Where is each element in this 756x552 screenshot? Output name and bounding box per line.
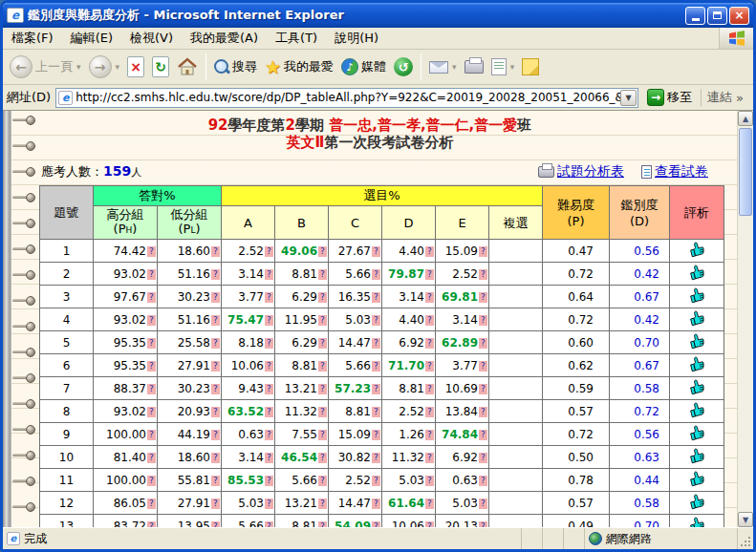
option-detail-link[interactable]: ? bbox=[479, 292, 487, 303]
media-button[interactable]: ♪ 媒體 bbox=[337, 52, 390, 82]
option-detail-link[interactable]: ? bbox=[318, 521, 327, 528]
scroll-thumb[interactable] bbox=[739, 128, 752, 216]
option-detail-link[interactable]: ? bbox=[147, 361, 156, 372]
option-detail-link[interactable]: ? bbox=[318, 384, 327, 394]
edit-dropdown-icon[interactable]: ▾ bbox=[510, 62, 515, 72]
option-detail-link[interactable]: ? bbox=[318, 269, 327, 280]
discuss-button[interactable] bbox=[518, 52, 543, 82]
option-detail-link[interactable]: ? bbox=[147, 338, 156, 349]
review-link[interactable] bbox=[689, 287, 705, 304]
option-detail-link[interactable]: ? bbox=[265, 453, 273, 463]
address-dropdown-button[interactable]: ▼ bbox=[620, 90, 637, 106]
option-detail-link[interactable]: ? bbox=[318, 315, 327, 326]
option-detail-link[interactable]: ? bbox=[479, 269, 487, 280]
option-detail-link[interactable]: ? bbox=[372, 292, 380, 303]
favorites-button[interactable]: ★ 我的最愛 bbox=[261, 52, 337, 82]
option-detail-link[interactable]: ? bbox=[265, 315, 273, 326]
close-button[interactable]: × bbox=[729, 7, 749, 25]
review-link[interactable] bbox=[689, 378, 705, 395]
menu-item-view[interactable]: 檢視(V) bbox=[121, 28, 182, 49]
option-detail-link[interactable]: ? bbox=[372, 338, 380, 349]
option-detail-link[interactable]: ? bbox=[265, 292, 273, 303]
option-detail-link[interactable]: ? bbox=[318, 292, 327, 303]
option-detail-link[interactable]: ? bbox=[265, 476, 273, 486]
option-detail-link[interactable]: ? bbox=[318, 338, 327, 349]
option-detail-link[interactable]: ? bbox=[479, 384, 487, 394]
option-detail-link[interactable]: ? bbox=[265, 521, 273, 528]
scroll-up-button[interactable]: ▲ bbox=[738, 111, 753, 126]
option-detail-link[interactable]: ? bbox=[479, 338, 487, 349]
option-detail-link[interactable]: ? bbox=[211, 361, 220, 372]
option-detail-link[interactable]: ? bbox=[425, 292, 434, 303]
scroll-down-button[interactable]: ▼ bbox=[738, 512, 753, 527]
option-detail-link[interactable]: ? bbox=[147, 407, 156, 417]
option-detail-link[interactable]: ? bbox=[425, 430, 434, 440]
option-detail-link[interactable]: ? bbox=[425, 521, 434, 528]
option-detail-link[interactable]: ? bbox=[479, 453, 487, 463]
address-url[interactable]: http://cc2.smhs.hlc.edu.tw/score/dp/DP_t… bbox=[76, 91, 620, 104]
option-detail-link[interactable]: ? bbox=[147, 384, 156, 394]
option-detail-link[interactable]: ? bbox=[318, 246, 327, 257]
option-detail-link[interactable]: ? bbox=[425, 315, 434, 326]
option-detail-link[interactable]: ? bbox=[372, 476, 380, 486]
links-menu[interactable]: 連結 » bbox=[701, 89, 749, 106]
menu-item-tools[interactable]: 工具(T) bbox=[267, 28, 326, 49]
option-detail-link[interactable]: ? bbox=[147, 292, 156, 303]
option-detail-link[interactable]: ? bbox=[372, 407, 380, 417]
menu-item-file[interactable]: 檔案(F) bbox=[3, 28, 62, 49]
option-detail-link[interactable]: ? bbox=[211, 476, 220, 486]
option-detail-link[interactable]: ? bbox=[147, 476, 156, 486]
option-detail-link[interactable]: ? bbox=[425, 453, 434, 463]
option-detail-link[interactable]: ? bbox=[372, 499, 380, 509]
menu-item-edit[interactable]: 編輯(E) bbox=[62, 28, 121, 49]
menu-item-help[interactable]: 說明(H) bbox=[326, 28, 387, 49]
refresh-button[interactable]: ↻ bbox=[148, 52, 173, 82]
search-button[interactable]: 搜尋 bbox=[210, 52, 261, 82]
option-detail-link[interactable]: ? bbox=[372, 521, 380, 528]
review-link[interactable] bbox=[689, 470, 705, 487]
option-detail-link[interactable]: ? bbox=[147, 315, 156, 326]
review-link[interactable] bbox=[689, 493, 705, 510]
option-detail-link[interactable]: ? bbox=[425, 269, 434, 280]
option-detail-link[interactable]: ? bbox=[147, 521, 156, 528]
home-button[interactable] bbox=[173, 52, 202, 82]
review-link[interactable] bbox=[689, 355, 705, 372]
address-field[interactable]: e http://cc2.smhs.hlc.edu.tw/score/dp/DP… bbox=[55, 88, 638, 108]
option-detail-link[interactable]: ? bbox=[147, 269, 156, 280]
option-detail-link[interactable]: ? bbox=[479, 246, 487, 257]
option-detail-link[interactable]: ? bbox=[425, 499, 434, 509]
option-detail-link[interactable]: ? bbox=[211, 269, 220, 280]
option-detail-link[interactable]: ? bbox=[318, 430, 327, 440]
option-detail-link[interactable]: ? bbox=[425, 384, 434, 394]
option-detail-link[interactable]: ? bbox=[372, 430, 380, 440]
option-detail-link[interactable]: ? bbox=[479, 430, 487, 440]
option-detail-link[interactable]: ? bbox=[147, 430, 156, 440]
review-link[interactable] bbox=[689, 424, 705, 441]
option-detail-link[interactable]: ? bbox=[265, 430, 273, 440]
option-detail-link[interactable]: ? bbox=[211, 430, 220, 440]
option-detail-link[interactable]: ? bbox=[479, 476, 487, 486]
option-detail-link[interactable]: ? bbox=[211, 407, 220, 417]
maximize-button[interactable] bbox=[707, 7, 727, 25]
option-detail-link[interactable]: ? bbox=[318, 453, 327, 463]
option-detail-link[interactable]: ? bbox=[425, 361, 434, 372]
option-detail-link[interactable]: ? bbox=[425, 476, 434, 486]
review-link[interactable] bbox=[689, 447, 705, 464]
option-detail-link[interactable]: ? bbox=[265, 361, 273, 372]
vertical-scrollbar[interactable]: ▲ ▼ bbox=[737, 111, 753, 527]
go-button[interactable]: → 移至 bbox=[643, 88, 696, 107]
option-detail-link[interactable]: ? bbox=[211, 338, 220, 349]
option-detail-link[interactable]: ? bbox=[425, 407, 434, 417]
option-detail-link[interactable]: ? bbox=[318, 499, 327, 509]
print-button[interactable] bbox=[461, 52, 487, 82]
option-detail-link[interactable]: ? bbox=[425, 246, 434, 257]
option-detail-link[interactable]: ? bbox=[147, 453, 156, 463]
option-detail-link[interactable]: ? bbox=[265, 269, 273, 280]
option-detail-link[interactable]: ? bbox=[479, 499, 487, 509]
review-link[interactable] bbox=[689, 401, 705, 418]
option-detail-link[interactable]: ? bbox=[211, 246, 220, 257]
forward-button[interactable]: → ▾ bbox=[85, 52, 124, 82]
option-detail-link[interactable]: ? bbox=[147, 499, 156, 509]
stop-button[interactable]: × bbox=[123, 52, 148, 82]
forward-dropdown-icon[interactable]: ▾ bbox=[116, 62, 120, 72]
